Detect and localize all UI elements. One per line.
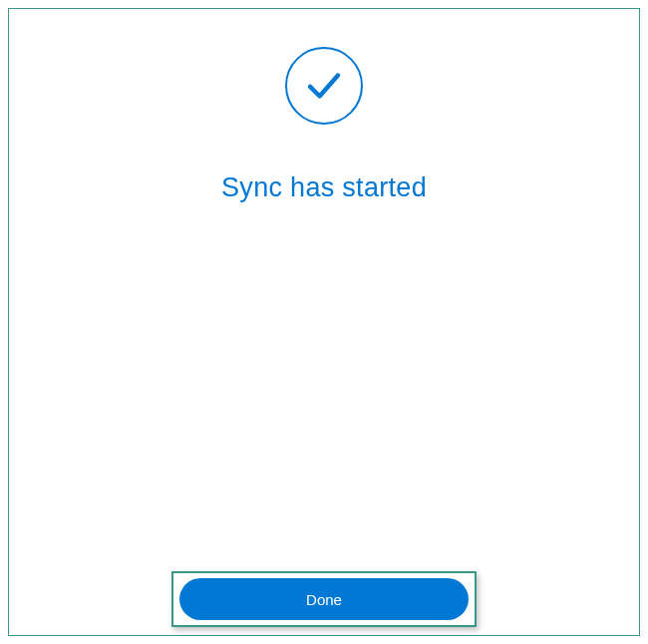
app-frame: Sync has started Done — [8, 8, 640, 636]
done-button[interactable]: Done — [179, 578, 469, 620]
sync-confirmation-screen: Sync has started Done — [155, 9, 493, 635]
done-button-highlight: Done — [171, 571, 477, 627]
checkmark-icon — [285, 47, 363, 125]
sync-status-title: Sync has started — [221, 172, 427, 203]
